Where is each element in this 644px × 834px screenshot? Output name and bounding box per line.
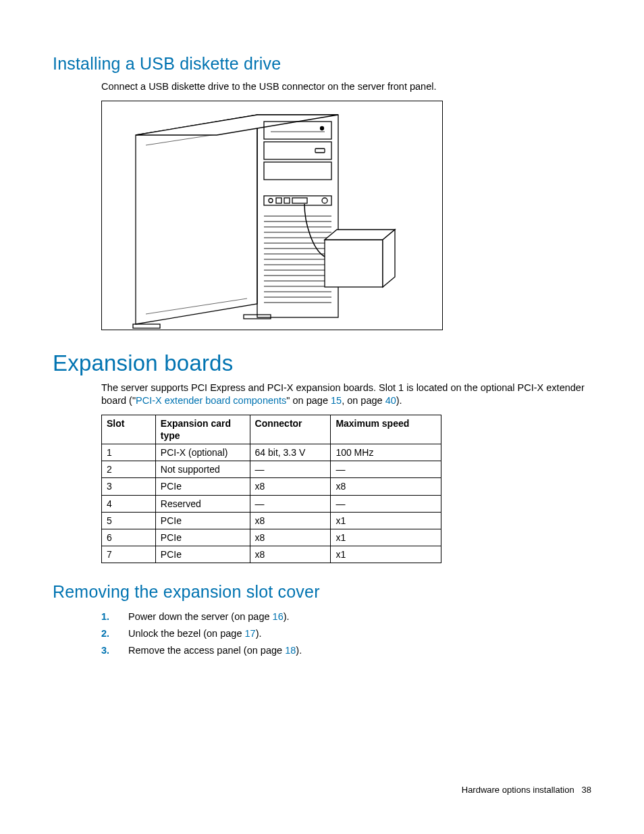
- link-page-18[interactable]: 18: [285, 645, 296, 656]
- svg-rect-2: [264, 142, 331, 159]
- para-expansion-intro: The server supports PCI Express and PCI-…: [101, 382, 591, 408]
- svg-point-8: [269, 199, 273, 203]
- table-row: 1PCI-X (optional)64 bit, 3.3 V100 MHz: [102, 444, 441, 461]
- link-page-17[interactable]: 17: [245, 628, 256, 639]
- svg-rect-6: [315, 149, 325, 153]
- svg-point-5: [321, 126, 324, 130]
- figure-server-usb-diskette: [101, 101, 443, 330]
- text-fragment: Unlock the bezel (on page: [128, 628, 245, 639]
- list-item: Unlock the bezel (on page 17).: [101, 625, 591, 642]
- text-fragment: ).: [284, 611, 290, 622]
- page-footer: Hardware options installation 38: [462, 785, 591, 795]
- list-item: Power down the server (on page 16).: [101, 608, 591, 625]
- text-fragment: ).: [256, 628, 262, 639]
- footer-section-name: Hardware options installation: [462, 785, 574, 795]
- table-row: 6PCIex8x1: [102, 529, 441, 546]
- svg-rect-7: [264, 196, 331, 205]
- link-page-40[interactable]: 40: [385, 395, 396, 406]
- table-row: 2Not supported——: [102, 461, 441, 478]
- table-row: 4Reserved——: [102, 495, 441, 512]
- table-row: 5PCIex8x1: [102, 512, 441, 529]
- th-connector: Connector: [250, 415, 331, 444]
- table-expansion-slots: Slot Expansion card type Connector Maxim…: [101, 415, 441, 564]
- svg-rect-10: [284, 198, 290, 203]
- table-header-row: Slot Expansion card type Connector Maxim…: [102, 415, 441, 444]
- table-row: 3PCIex8x8: [102, 478, 441, 495]
- steps-list: Power down the server (on page 16). Unlo…: [101, 608, 591, 658]
- th-card-type: Expansion card type: [155, 415, 250, 444]
- text-fragment: " on page: [286, 395, 331, 406]
- th-max-speed: Maximum speed: [331, 415, 441, 444]
- svg-rect-32: [325, 240, 383, 287]
- text-fragment: ).: [296, 645, 302, 656]
- text-fragment: , on page: [342, 395, 385, 406]
- svg-rect-9: [276, 198, 281, 203]
- text-fragment: Power down the server (on page: [128, 611, 273, 622]
- svg-rect-11: [292, 198, 307, 203]
- heading-installing-usb-diskette: Installing a USB diskette drive: [53, 54, 591, 74]
- link-page-15[interactable]: 15: [331, 395, 342, 406]
- para-usb-diskette: Connect a USB diskette drive to the USB …: [101, 80, 591, 94]
- footer-page-number: 38: [582, 785, 591, 795]
- list-item: Remove the access panel (on page 18).: [101, 642, 591, 659]
- text-fragment: ).: [396, 395, 402, 406]
- heading-removing-slot-cover: Removing the expansion slot cover: [53, 582, 591, 602]
- svg-rect-30: [133, 324, 160, 328]
- link-pcix-extender-components[interactable]: PCI-X extender board components: [136, 395, 286, 406]
- th-slot: Slot: [102, 415, 156, 444]
- link-page-16[interactable]: 16: [273, 611, 284, 622]
- table-row: 7PCIex8x1: [102, 546, 441, 563]
- svg-point-12: [322, 198, 327, 203]
- server-tower-illustration: [102, 101, 442, 330]
- heading-expansion-boards: Expansion boards: [53, 350, 591, 376]
- text-fragment: Remove the access panel (on page: [128, 645, 285, 656]
- svg-rect-3: [264, 162, 331, 180]
